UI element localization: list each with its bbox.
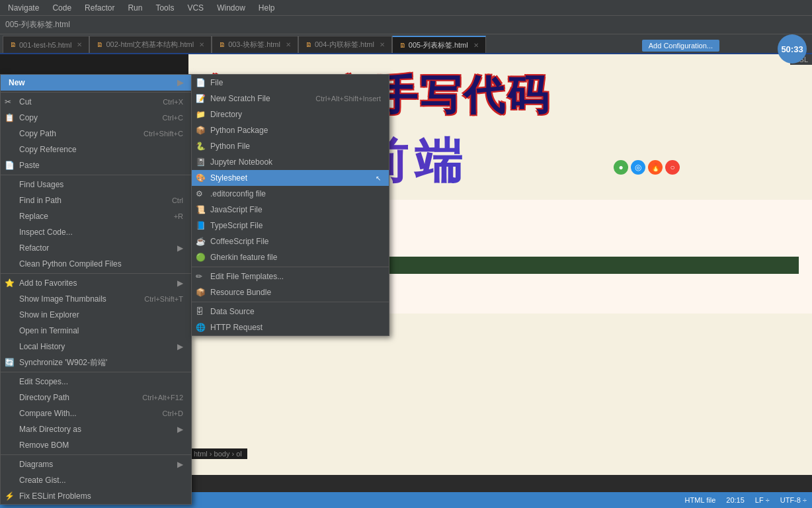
menu-item-paste[interactable]: 📄 Paste	[1, 157, 191, 173]
tab-label-003: 003-块标签.html	[228, 40, 280, 50]
submenu-scratch[interactable]: 📝 New Scratch File Ctrl+Alt+Shift+Insert	[192, 91, 389, 106]
menu-item-local-history-label: Local History	[19, 342, 65, 351]
submenu-edit-templates[interactable]: ✏ Edit File Templates...	[192, 269, 389, 284]
menu-item-find-in-path-label: Find in Path	[19, 196, 61, 205]
menu-item-compare[interactable]: Compare With... Ctrl+D	[1, 405, 191, 421]
submenu-ts-file[interactable]: 📘 TypeScript File	[192, 218, 389, 233]
divider-4	[1, 372, 191, 372]
jupyter-icon: 📓	[196, 157, 206, 167]
title-bar: 005-列表标签.html Add Configuration... 50:33	[0, 16, 812, 34]
menu-item-copy-ref[interactable]: Copy Reference	[1, 142, 191, 157]
scratch-shortcut: Ctrl+Alt+Shift+Insert	[315, 95, 381, 103]
tab-close-005[interactable]: ✕	[473, 42, 479, 49]
menu-item-sync[interactable]: 🔄 Synchronize 'W902-前端'	[1, 355, 191, 370]
tab-close-001[interactable]: ✕	[77, 41, 82, 48]
submenu-coffee-file[interactable]: ☕ CoffeeScript File	[192, 233, 389, 249]
menu-item-create-gist-label: Create Gist...	[19, 476, 66, 485]
menu-item-copy-ref-label: Copy Reference	[19, 145, 77, 154]
menu-window[interactable]: Window	[214, 2, 248, 14]
menu-item-clean-python[interactable]: Clean Python Compiled Files	[1, 256, 191, 272]
menu-navigate[interactable]: Navigate	[5, 2, 42, 14]
menu-tools[interactable]: Tools	[153, 2, 177, 14]
tab-close-004[interactable]: ✕	[380, 41, 385, 48]
line-ending-label[interactable]: LF ÷	[755, 496, 770, 504]
submenu-directory-label: Directory	[210, 110, 242, 119]
submenu-coffee-label: CoffeeScript File	[210, 237, 268, 246]
tab-close-002[interactable]: ✕	[199, 41, 204, 48]
tab-003[interactable]: 🗎 003-块标签.html ✕	[212, 36, 298, 53]
menu-item-refactor[interactable]: Refactor ▶	[1, 240, 191, 256]
js-icon: 📜	[196, 205, 206, 214]
submenu-python-package[interactable]: 📦 Python Package	[192, 122, 389, 138]
new-submenu: 📄 File 📝 New Scratch File Ctrl+Alt+Shift…	[191, 74, 389, 336]
menu-item-dir-path[interactable]: Directory Path Ctrl+Alt+F12	[1, 390, 191, 405]
stylesheet-icon: 🎨	[196, 173, 206, 183]
submenu-gherkin[interactable]: 🟢 Gherkin feature file	[192, 249, 389, 265]
refactor-arrow-icon: ▶	[177, 243, 183, 253]
tab-004[interactable]: 🗎 004-内联标签.html ✕	[298, 36, 392, 53]
submenu-scratch-label: New Scratch File	[210, 94, 270, 103]
menu-item-thumbnails-label: Show Image Thumbnails	[19, 294, 106, 304]
menu-item-copy[interactable]: 📋 Copy Ctrl+C	[1, 110, 191, 126]
menu-bar: Navigate Code Refactor Run Tools VCS Win…	[0, 0, 812, 16]
menu-item-open-terminal[interactable]: Open in Terminal	[1, 323, 191, 339]
menu-item-diagrams[interactable]: Diagrams ▶	[1, 456, 191, 472]
menu-item-favorites[interactable]: ⭐ Add to Favorites ▶	[1, 275, 191, 291]
menu-item-replace[interactable]: Replace +R	[1, 208, 191, 224]
tab-close-003[interactable]: ✕	[286, 41, 291, 48]
submenu-data-source[interactable]: 🗄 Data Source	[192, 304, 389, 319]
menu-item-create-gist[interactable]: Create Gist...	[1, 472, 191, 488]
window-title: 005-列表标签.html	[5, 19, 70, 30]
templates-icon: ✏	[196, 272, 202, 281]
menu-item-show-explorer[interactable]: Show in Explorer	[1, 307, 191, 323]
menu-item-local-history[interactable]: Local History ▶	[1, 339, 191, 355]
submenu-python-file[interactable]: 🐍 Python File	[192, 138, 389, 154]
submenu-directory[interactable]: 📁 Directory	[192, 106, 389, 122]
menu-help[interactable]: Help	[256, 2, 278, 14]
cut-shortcut: Ctrl+X	[163, 98, 183, 106]
submenu-file[interactable]: 📄 File	[192, 75, 389, 91]
menu-item-edit-scopes[interactable]: Edit Scopes...	[1, 374, 191, 390]
submenu-stylesheet[interactable]: 🎨 Stylesheet ↖	[192, 170, 389, 186]
submenu-edit-templates-label: Edit File Templates...	[210, 272, 284, 281]
menu-item-show-explorer-label: Show in Explorer	[19, 310, 79, 319]
menu-item-remove-bom[interactable]: Remove BOM	[1, 437, 191, 453]
menu-item-thumbnails[interactable]: Show Image Thumbnails Ctrl+Shift+T	[1, 291, 191, 307]
menu-item-inspect[interactable]: Inspect Code...	[1, 224, 191, 240]
main-area: ESL ● ◎ 🔥 ○ 每天一段手写代码 HTML前端 <ol type="1"…	[0, 54, 812, 475]
menu-item-diagrams-label: Diagrams	[19, 460, 53, 469]
encoding-label[interactable]: UTF-8 ÷	[780, 496, 807, 504]
menu-code[interactable]: Code	[50, 2, 74, 14]
find-path-shortcut: Ctrl	[172, 196, 183, 204]
menu-item-new[interactable]: New ▶	[1, 75, 191, 91]
menu-run[interactable]: Run	[125, 2, 145, 14]
menu-item-fix-eslint[interactable]: ⚡ Fix ESLint Problems	[1, 488, 191, 504]
tab-label-005: 005-列表标签.html	[409, 40, 468, 50]
directory-icon: 📁	[196, 110, 206, 119]
copy-shortcut: Ctrl+C	[163, 114, 183, 122]
submenu-jupyter[interactable]: 📓 Jupyter Notebook	[192, 154, 389, 170]
arrow-icon: ▶	[177, 78, 183, 87]
cut-icon: ✂	[5, 97, 11, 106]
menu-item-mark-dir[interactable]: Mark Directory as ▶	[1, 421, 191, 437]
submenu-js-file[interactable]: 📜 JavaScript File	[192, 202, 389, 218]
submenu-http-request[interactable]: 🌐 HTTP Request	[192, 319, 389, 335]
submenu-divider-1	[192, 267, 389, 267]
tab-002[interactable]: 🗎 002-html文档基本结构.html ✕	[89, 36, 212, 53]
add-configuration-button[interactable]: Add Configuration...	[642, 40, 719, 52]
menu-item-edit-scopes-label: Edit Scopes...	[19, 377, 68, 386]
tab-001[interactable]: 🗎 001-test-h5.html ✕	[3, 36, 89, 53]
menu-item-find-in-path[interactable]: Find in Path Ctrl	[1, 192, 191, 208]
tab-005[interactable]: 🗎 005-列表标签.html ✕	[392, 36, 486, 53]
menu-refactor[interactable]: Refactor	[82, 2, 117, 14]
divider-5	[1, 454, 191, 455]
menu-item-sync-label: Synchronize 'W902-前端'	[19, 357, 107, 368]
submenu-editorconfig[interactable]: ⚙ .editorconfig file	[192, 186, 389, 202]
menu-item-find-usages[interactable]: Find Usages	[1, 177, 191, 192]
menu-item-cut[interactable]: ✂ Cut Ctrl+X	[1, 94, 191, 110]
status-bar-right: HTML file 20:15 LF ÷ UTF-8 ÷	[685, 496, 807, 504]
menu-item-new-label: New	[9, 78, 25, 87]
submenu-resource-bundle[interactable]: 📦 Resource Bundle	[192, 284, 389, 300]
menu-item-copy-path[interactable]: Copy Path Ctrl+Shift+C	[1, 126, 191, 142]
menu-vcs[interactable]: VCS	[184, 2, 206, 14]
